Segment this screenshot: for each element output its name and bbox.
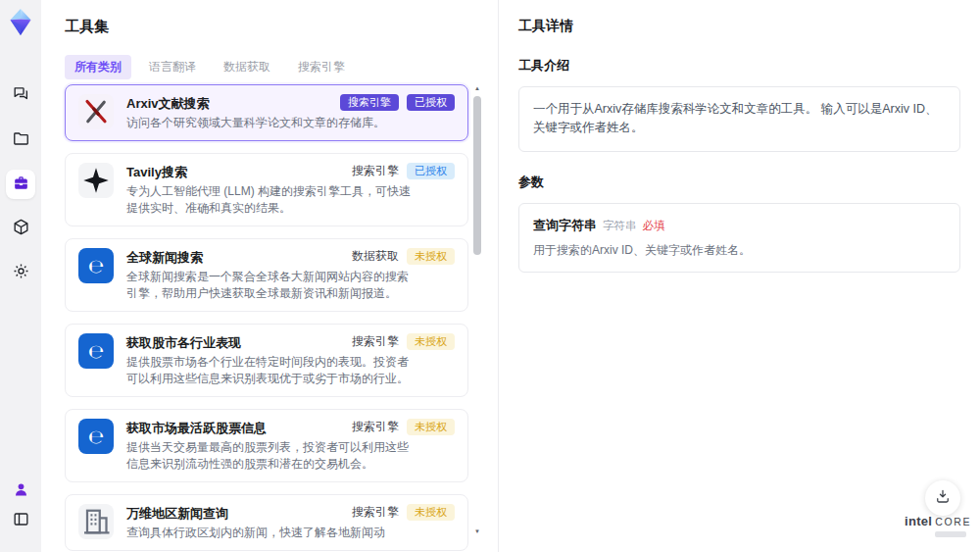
category-label: 搜索引擎 xyxy=(352,419,399,435)
tool-card-regional-news[interactable]: 万维地区新闻查询 搜索引擎 未授权 查询具体行政区划内的新闻，快速了解各地新闻动 xyxy=(65,494,468,551)
param-required-badge: 必填 xyxy=(643,219,665,233)
tool-card-meta: 搜索引擎 已授权 xyxy=(344,163,455,179)
arxiv-icon xyxy=(78,94,114,129)
tool-card-sector-performance[interactable]: ℮ 获取股市各行业表现 搜索引擎 未授权 提供股票市场各个行业在特定时间段内的表… xyxy=(65,324,468,397)
tool-card-body: 获取股市各行业表现 搜索引擎 未授权 提供股票市场各个行业在特定时间段内的表现。… xyxy=(126,333,455,387)
tool-description: 专为人工智能代理 (LLM) 构建的搜索引擎工具，可快速提供实时、准确和真实的结… xyxy=(126,183,416,217)
news-search-icon: ℮ xyxy=(78,248,114,283)
sidebar-item-models[interactable] xyxy=(6,214,35,243)
param-type: 字符串 xyxy=(603,219,637,233)
tool-card-meta: 搜索引擎 已授权 xyxy=(332,94,455,111)
building-news-icon xyxy=(78,504,114,539)
scrollbar-up-arrow[interactable]: ▲ xyxy=(472,84,482,92)
intro-box: 一个用于从Arxiv存储库搜索科学论文和文章的工具。 输入可以是Arxiv ID… xyxy=(518,86,960,152)
tool-card-meta: 搜索引擎 未授权 xyxy=(344,504,455,521)
chat-icon xyxy=(12,84,30,107)
intro-section-title: 工具介绍 xyxy=(518,57,960,75)
crystal-logo-icon xyxy=(7,8,34,37)
sidebar-item-settings[interactable] xyxy=(6,258,35,287)
download-button[interactable] xyxy=(925,480,960,516)
intel-logo-text: intel xyxy=(905,514,932,528)
tool-card-meta: 搜索引擎 未授权 xyxy=(344,419,455,435)
page-title: 工具集 xyxy=(65,18,109,36)
sidebar-item-tools[interactable] xyxy=(6,170,35,199)
tool-name: Arxiv文献搜索 xyxy=(126,94,210,113)
tool-description: 查询具体行政区划内的新闻，快速了解各地新闻动 xyxy=(126,525,416,541)
tab-search-engine[interactable]: 搜索引擎 xyxy=(288,55,355,79)
tool-list: Arxiv文献搜索 搜索引擎 已授权 访问各个研究领域大量科学论文和文章的存储库… xyxy=(65,84,468,551)
tool-card-body: Arxiv文献搜索 搜索引擎 已授权 访问各个研究领域大量科学论文和文章的存储库… xyxy=(126,94,455,131)
tool-card-meta: 搜索引擎 未授权 xyxy=(344,333,455,350)
category-label: 搜索引擎 xyxy=(352,333,399,350)
sidebar-item-files[interactable] xyxy=(6,125,35,155)
tool-description: 全球新闻搜索是一个聚合全球各大新闻网站内容的搜索引擎，帮助用户快速获取全球最新资… xyxy=(126,269,416,302)
sidebar-item-profile[interactable] xyxy=(6,477,35,506)
param-name: 查询字符串 xyxy=(533,217,597,234)
cube-icon xyxy=(12,218,30,240)
tool-name: 获取股市各行业表现 xyxy=(126,333,241,352)
intel-core-subtext xyxy=(935,531,966,537)
intro-text: 一个用于从Arxiv存储库搜索科学论文和文章的工具。 输入可以是Arxiv ID… xyxy=(533,100,946,138)
tool-card-tavily[interactable]: Tavily搜索 搜索引擎 已授权 专为人工智能代理 (LLM) 构建的搜索引擎… xyxy=(65,153,468,226)
sidebar xyxy=(0,0,41,552)
active-stock-icon: ℮ xyxy=(78,419,114,454)
authorized-badge: 已授权 xyxy=(407,94,455,111)
tool-card-body: 万维地区新闻查询 搜索引擎 未授权 查询具体行政区划内的新闻，快速了解各地新闻动 xyxy=(126,504,455,541)
intel-core-logo: intel CORE xyxy=(906,514,970,537)
category-tabs: 所有类别 语言翻译 数据获取 搜索引擎 xyxy=(65,55,355,79)
tool-name: 万维地区新闻查询 xyxy=(126,504,228,523)
unauthorized-badge: 未授权 xyxy=(407,248,455,265)
category-badge: 搜索引擎 xyxy=(340,94,399,111)
tab-data-acquisition[interactable]: 数据获取 xyxy=(214,55,280,79)
param-description: 用于搜索的Arxiv ID、关键字或作者姓名。 xyxy=(533,242,946,259)
tool-card-body: Tavily搜索 搜索引擎 已授权 专为人工智能代理 (LLM) 构建的搜索引擎… xyxy=(126,163,455,217)
sidebar-item-chat[interactable] xyxy=(6,80,35,110)
app-window: 工具集 所有类别 语言翻译 数据获取 搜索引擎 Arxiv文献搜索 xyxy=(0,0,980,552)
stock-sector-icon: ℮ xyxy=(78,333,114,369)
params-section-title: 参数 xyxy=(518,174,960,191)
tools-panel: 工具集 所有类别 语言翻译 数据获取 搜索引擎 Arxiv文献搜索 xyxy=(41,0,498,552)
unauthorized-badge: 未授权 xyxy=(407,419,455,435)
tool-description: 提供股票市场各个行业在特定时间段内的表现。投资者可以利用这些信息来识别表现优于或… xyxy=(126,354,416,387)
tab-language-translation[interactable]: 语言翻译 xyxy=(139,55,206,79)
unauthorized-badge: 未授权 xyxy=(407,333,455,350)
category-label: 搜索引擎 xyxy=(352,504,399,521)
tool-detail-panel: 工具详情 工具介绍 一个用于从Arxiv存储库搜索科学论文和文章的工具。 输入可… xyxy=(498,0,980,552)
tool-name: Tavily搜索 xyxy=(126,163,187,181)
tool-card-body: 获取市场最活跃股票信息 搜索引擎 未授权 提供当天交易量最高的股票列表，投资者可… xyxy=(126,419,455,473)
detail-title: 工具详情 xyxy=(518,18,960,35)
tool-description: 访问各个研究领域大量科学论文和文章的存储库。 xyxy=(126,115,416,131)
sidebar-item-collapse[interactable] xyxy=(6,506,35,535)
folder-icon xyxy=(12,129,30,152)
category-label: 搜索引擎 xyxy=(352,163,399,179)
tool-card-meta: 数据获取 未授权 xyxy=(344,248,455,265)
core-logo-text: CORE xyxy=(935,516,971,527)
tab-all-categories[interactable]: 所有类别 xyxy=(65,55,131,79)
collapse-panel-icon xyxy=(12,510,30,532)
tavily-star-icon xyxy=(78,163,114,198)
category-label: 数据获取 xyxy=(352,248,399,265)
authorized-badge: 已授权 xyxy=(407,163,455,179)
param-box: 查询字符串 字符串 必填 用于搜索的Arxiv ID、关键字或作者姓名。 xyxy=(518,203,960,273)
gear-icon xyxy=(12,262,30,284)
tool-card-active-stocks[interactable]: ℮ 获取市场最活跃股票信息 搜索引擎 未授权 提供当天交易量最高的股票列表，投资… xyxy=(65,409,468,482)
tool-name: 获取市场最活跃股票信息 xyxy=(126,419,267,437)
unauthorized-badge: 未授权 xyxy=(407,504,455,521)
user-icon xyxy=(12,480,30,503)
tool-description: 提供当天交易量最高的股票列表，投资者可以利用这些信息来识别流动性强的股票和潜在的… xyxy=(126,439,416,473)
list-scrollbar[interactable]: ▲ ▼ xyxy=(472,84,482,535)
tool-card-body: 全球新闻搜索 数据获取 未授权 全球新闻搜索是一个聚合全球各大新闻网站内容的搜索… xyxy=(126,248,455,302)
toolbox-icon xyxy=(12,174,30,196)
scrollbar-thumb[interactable] xyxy=(473,96,481,255)
tool-card-global-news[interactable]: ℮ 全球新闻搜索 数据获取 未授权 全球新闻搜索是一个聚合全球各大新闻网站内容的… xyxy=(65,238,468,312)
download-icon xyxy=(934,487,952,509)
tool-name: 全球新闻搜索 xyxy=(126,248,203,267)
param-header-row: 查询字符串 字符串 必填 xyxy=(533,217,946,234)
scrollbar-down-arrow[interactable]: ▼ xyxy=(472,527,482,535)
tool-card-arxiv[interactable]: Arxiv文献搜索 搜索引擎 已授权 访问各个研究领域大量科学论文和文章的存储库… xyxy=(65,84,468,141)
